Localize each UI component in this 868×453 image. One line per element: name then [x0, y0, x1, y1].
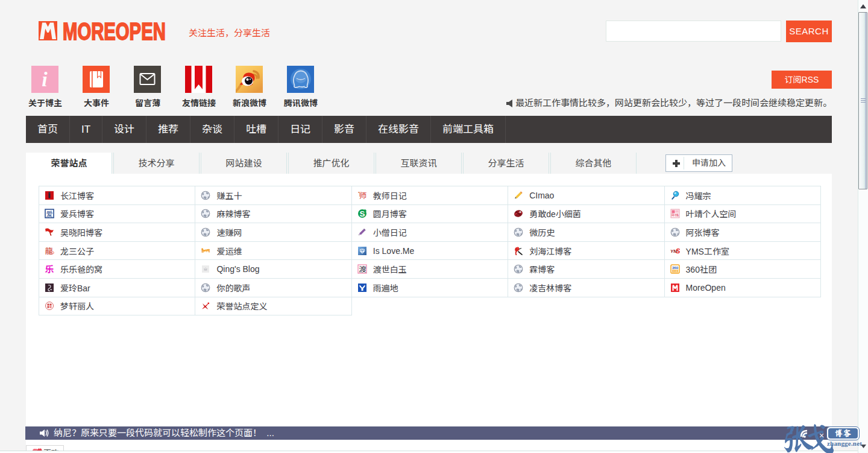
svg-text:龍: 龍: [45, 246, 52, 256]
svg-text:爱: 爱: [46, 209, 53, 218]
svg-text:渡: 渡: [359, 264, 366, 274]
svg-text:叶靖: 叶靖: [671, 212, 679, 218]
svg-text:S: S: [676, 247, 680, 255]
svg-text:社团: 社团: [672, 269, 678, 273]
svg-text:乐: 乐: [45, 264, 54, 274]
svg-text:师: 师: [359, 191, 366, 200]
svg-text:i: i: [42, 68, 48, 90]
